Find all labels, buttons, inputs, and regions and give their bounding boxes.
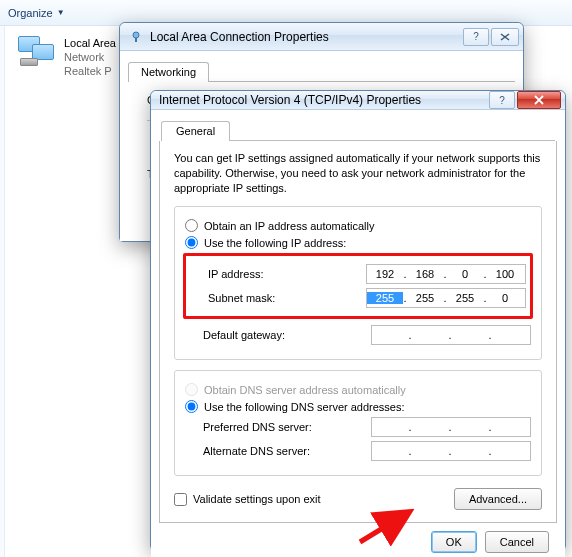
ip-octet-2[interactable]: 168	[407, 268, 443, 280]
radio-use-following-ip-input[interactable]	[185, 236, 198, 249]
radio-use-following-ip-label: Use the following IP address:	[204, 237, 346, 249]
radio-obtain-dns-auto-label: Obtain DNS server address automatically	[204, 384, 406, 396]
radio-obtain-dns-auto: Obtain DNS server address automatically	[185, 383, 531, 396]
dns-settings-group: Obtain DNS server address automatically …	[174, 370, 542, 476]
subnet-mask-field[interactable]: 255. 255. 255. 0	[366, 288, 526, 308]
tab-networking[interactable]: Networking	[128, 62, 209, 82]
validate-label: Validate settings upon exit	[193, 493, 321, 505]
radio-obtain-ip-auto[interactable]: Obtain an IP address automatically	[185, 219, 531, 232]
preferred-dns-label: Preferred DNS server:	[203, 421, 312, 433]
radio-use-following-ip[interactable]: Use the following IP address:	[185, 236, 531, 249]
subnet-mask-label: Subnet mask:	[208, 292, 275, 304]
alternate-dns-field[interactable]: . . .	[371, 441, 531, 461]
ipv4-body: General You can get IP settings assigned…	[151, 110, 565, 557]
organize-menu[interactable]: Organize ▼	[8, 7, 65, 19]
radio-use-following-dns[interactable]: Use the following DNS server addresses:	[185, 400, 531, 413]
tab-general[interactable]: General	[161, 121, 230, 141]
explorer-sidebar	[0, 26, 5, 557]
ip-octet-3[interactable]: 0	[447, 268, 483, 280]
ip-settings-group: Obtain an IP address automatically Use t…	[174, 206, 542, 360]
help-button[interactable]: ?	[489, 91, 515, 109]
highlight-box: IP address: 192. 168. 0. 100 Subnet mask…	[183, 253, 533, 319]
chevron-down-icon: ▼	[57, 8, 65, 17]
connection-name: Local Area	[64, 36, 116, 50]
preferred-dns-field[interactable]: . . .	[371, 417, 531, 437]
connection-adapter: Realtek P	[64, 64, 116, 78]
cancel-button[interactable]: Cancel	[485, 531, 549, 553]
organize-label: Organize	[8, 7, 53, 19]
ipv4-title: Internet Protocol Version 4 (TCP/IPv4) P…	[159, 93, 481, 107]
close-button[interactable]	[491, 28, 519, 46]
validate-checkbox-row[interactable]: Validate settings upon exit	[174, 493, 321, 506]
default-gateway-field[interactable]: . . .	[371, 325, 531, 345]
radio-obtain-dns-auto-input	[185, 383, 198, 396]
radio-obtain-ip-auto-label: Obtain an IP address automatically	[204, 220, 374, 232]
connection-text: Local Area Network Realtek P	[64, 36, 116, 78]
svg-rect-1	[135, 38, 137, 42]
ipv4-properties-window: Internet Protocol Version 4 (TCP/IPv4) P…	[150, 90, 566, 550]
connection-item[interactable]: Local Area Network Realtek P	[18, 36, 116, 78]
network-connection-icon	[18, 36, 58, 70]
description-text: You can get IP settings assigned automat…	[174, 151, 542, 196]
ip-address-label: IP address:	[208, 268, 263, 280]
lan-title: Local Area Connection Properties	[150, 30, 455, 44]
default-gateway-label: Default gateway:	[203, 329, 285, 341]
alternate-dns-label: Alternate DNS server:	[203, 445, 310, 457]
svg-point-0	[133, 32, 139, 38]
ipv4-titlebar[interactable]: Internet Protocol Version 4 (TCP/IPv4) P…	[151, 91, 565, 110]
microphone-icon	[128, 29, 144, 45]
subnet-octet-3[interactable]: 255	[447, 292, 483, 304]
radio-use-following-dns-label: Use the following DNS server addresses:	[204, 401, 405, 413]
close-button[interactable]	[517, 91, 561, 109]
advanced-button[interactable]: Advanced...	[454, 488, 542, 510]
ip-address-field[interactable]: 192. 168. 0. 100	[366, 264, 526, 284]
help-button[interactable]: ?	[463, 28, 489, 46]
validate-checkbox[interactable]	[174, 493, 187, 506]
subnet-octet-1[interactable]: 255	[367, 292, 403, 304]
ok-button[interactable]: OK	[431, 531, 477, 553]
ip-octet-1[interactable]: 192	[367, 268, 403, 280]
radio-use-following-dns-input[interactable]	[185, 400, 198, 413]
lan-titlebar[interactable]: Local Area Connection Properties ?	[120, 23, 523, 51]
subnet-octet-4[interactable]: 0	[487, 292, 523, 304]
connection-status: Network	[64, 50, 116, 64]
subnet-octet-2[interactable]: 255	[407, 292, 443, 304]
ip-octet-4[interactable]: 100	[487, 268, 523, 280]
radio-obtain-ip-auto-input[interactable]	[185, 219, 198, 232]
